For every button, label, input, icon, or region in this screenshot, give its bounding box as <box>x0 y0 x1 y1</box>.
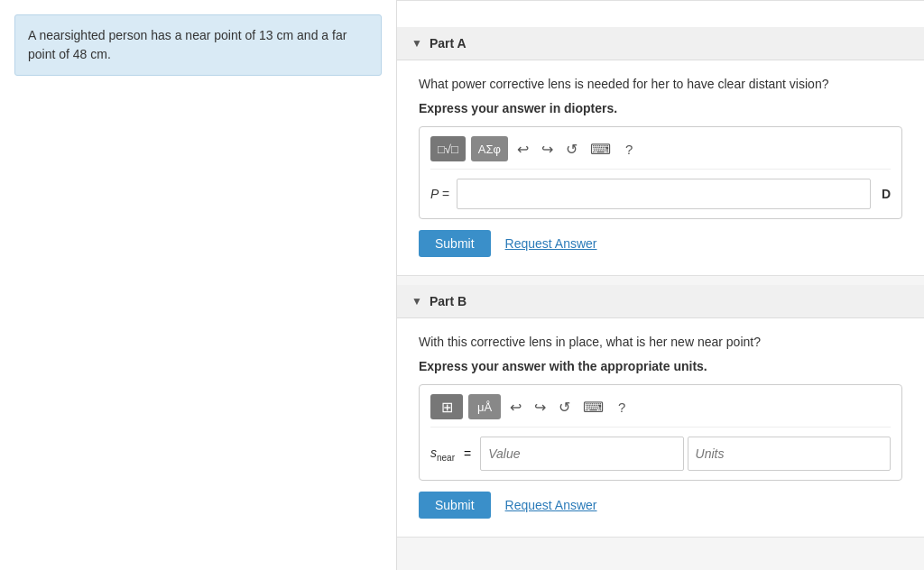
part-b-question: With this corrective lens in place, what… <box>419 333 902 352</box>
part-a-chevron[interactable]: ▼ <box>411 37 422 50</box>
part-b-body: With this corrective lens in place, what… <box>397 318 924 537</box>
part-b-refresh-btn[interactable]: ↺ <box>555 397 574 418</box>
part-a-refresh-icon: ↺ <box>566 141 578 158</box>
part-b-value-input[interactable] <box>480 437 683 471</box>
part-a-formula-label: P = <box>430 187 449 201</box>
part-b-refresh-icon: ↺ <box>559 399 570 416</box>
right-panel: ▼ Part A What power corrective lens is n… <box>397 0 924 570</box>
part-a-unit-label: D <box>882 187 891 201</box>
part-a-keyboard-icon: ⌨ <box>590 141 611 158</box>
part-a-title: Part A <box>430 36 467 51</box>
part-b-section: ▼ Part B With this corrective lens in pl… <box>397 285 924 538</box>
part-a-math-btn-label: □√□ <box>438 142 458 156</box>
part-a-undo-icon: ↩ <box>517 141 529 158</box>
part-a-keyboard-btn[interactable]: ⌨ <box>587 139 614 160</box>
part-b-s-label: s <box>430 446 437 460</box>
part-a-express-answer: Express your answer in diopters. <box>419 101 902 115</box>
part-b-sub-label: near <box>437 452 455 462</box>
part-a-redo-icon: ↪ <box>541 141 553 158</box>
part-a-undo-btn[interactable]: ↩ <box>513 139 532 160</box>
part-b-equals: = <box>464 446 471 461</box>
part-a-help-icon: ? <box>625 142 633 157</box>
part-b-chevron[interactable]: ▼ <box>411 295 422 308</box>
part-a-math-btn[interactable]: □√□ <box>430 136 466 161</box>
part-b-express-answer: Express your answer with the appropriate… <box>419 359 902 373</box>
part-b-formula-row: snear = <box>430 437 891 471</box>
part-b-units-btn-label: μÅ <box>477 400 492 414</box>
part-b-formula-label: snear <box>430 446 455 463</box>
part-b-units-btn[interactable]: μÅ <box>468 394 501 419</box>
part-b-keyboard-icon: ⌨ <box>583 399 604 416</box>
part-b-keyboard-btn[interactable]: ⌨ <box>579 397 607 418</box>
part-a-input-box: □√□ ΑΣφ ↩ ↪ ↺ ⌨ <box>419 126 902 219</box>
part-a-submit-button[interactable]: Submit <box>419 230 491 257</box>
part-a-symbol-btn-label: ΑΣφ <box>478 142 501 156</box>
part-b-help-icon: ? <box>618 400 625 415</box>
part-b-action-row: Submit Request Answer <box>419 492 902 519</box>
part-a-redo-btn[interactable]: ↪ <box>538 139 557 160</box>
part-b-submit-button[interactable]: Submit <box>419 492 491 519</box>
part-b-grid-btn[interactable]: ⊞ <box>430 394 463 419</box>
part-b-redo-btn[interactable]: ↪ <box>531 397 550 418</box>
left-panel: A nearsighted person has a near point of… <box>0 0 397 570</box>
part-b-units-input[interactable] <box>688 437 891 471</box>
part-a-refresh-btn[interactable]: ↺ <box>562 139 581 160</box>
part-a-body: What power corrective lens is needed for… <box>397 60 924 275</box>
part-a-answer-input[interactable] <box>457 179 871 209</box>
part-b-undo-btn[interactable]: ↩ <box>506 397 525 418</box>
part-a-toolbar: □√□ ΑΣφ ↩ ↪ ↺ ⌨ <box>430 136 891 170</box>
part-a-help-btn[interactable]: ? <box>620 140 638 159</box>
part-b-undo-icon: ↩ <box>510 399 522 416</box>
part-a-request-answer-link[interactable]: Request Answer <box>505 236 597 251</box>
part-b-request-answer-link[interactable]: Request Answer <box>505 498 597 512</box>
top-spacer <box>397 0 924 27</box>
part-b-header: ▼ Part B <box>397 285 924 318</box>
part-a-question: What power corrective lens is needed for… <box>419 75 902 94</box>
part-a-symbol-btn[interactable]: ΑΣφ <box>471 136 508 161</box>
part-b-title: Part B <box>430 294 467 308</box>
part-a-header: ▼ Part A <box>397 27 924 60</box>
problem-text: A nearsighted person has a near point of… <box>28 28 346 61</box>
problem-statement: A nearsighted person has a near point of… <box>14 14 382 76</box>
part-a-formula-row: P = D <box>430 179 891 209</box>
part-b-grid-icon: ⊞ <box>441 399 453 416</box>
part-a-section: ▼ Part A What power corrective lens is n… <box>397 27 924 276</box>
part-a-action-row: Submit Request Answer <box>419 230 902 257</box>
part-b-input-box: ⊞ μÅ ↩ ↪ ↺ ⌨ <box>419 384 902 481</box>
part-b-toolbar: ⊞ μÅ ↩ ↪ ↺ ⌨ <box>430 394 891 428</box>
part-b-redo-icon: ↪ <box>534 399 546 416</box>
part-b-help-btn[interactable]: ? <box>613 398 631 417</box>
